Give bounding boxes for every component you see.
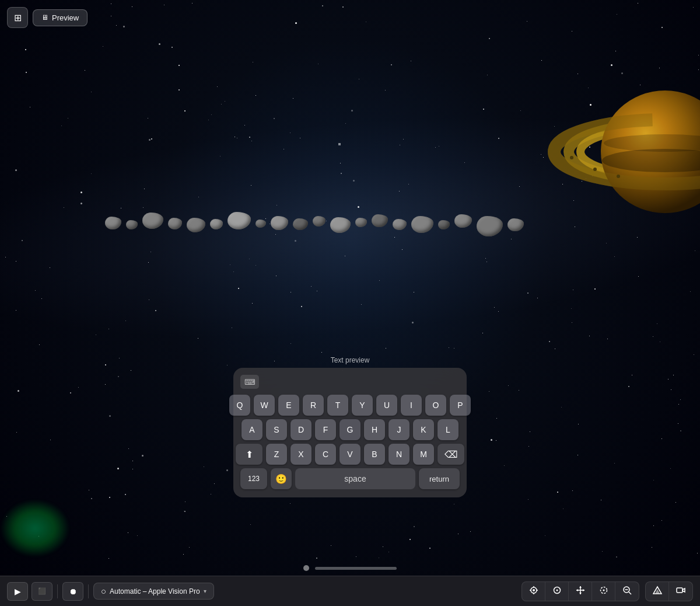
star <box>290 343 291 344</box>
separator-2 <box>88 584 89 598</box>
key-o[interactable]: O <box>425 395 446 416</box>
svg-marker-23 <box>579 593 582 594</box>
star <box>578 455 578 455</box>
svg-point-19 <box>556 590 558 591</box>
location-button[interactable] <box>522 582 545 601</box>
key-s[interactable]: S <box>266 419 287 440</box>
star <box>572 490 573 491</box>
star <box>290 292 291 292</box>
star <box>290 133 290 133</box>
key-u[interactable]: U <box>376 395 397 416</box>
star <box>220 156 220 156</box>
svg-point-8 <box>593 168 597 171</box>
pin-button[interactable]: ⊞ <box>7 7 28 28</box>
play-button[interactable]: ▶ <box>7 582 28 601</box>
zoom-button[interactable] <box>615 582 639 601</box>
star <box>589 336 590 336</box>
key-i[interactable]: I <box>401 395 422 416</box>
environment-button[interactable] <box>646 582 669 601</box>
key-d[interactable]: D <box>290 419 312 440</box>
resize-dot[interactable] <box>303 565 309 571</box>
star <box>530 431 530 432</box>
star <box>662 520 662 521</box>
star <box>172 47 173 48</box>
target-button[interactable] <box>545 582 569 601</box>
key-e[interactable]: E <box>278 395 299 416</box>
key-r[interactable]: R <box>303 395 324 416</box>
right-toolbar-group-2 <box>645 581 693 601</box>
emoji-key[interactable]: 🙂 <box>271 468 292 489</box>
shift-key[interactable]: ⬆ <box>236 444 262 465</box>
key-b[interactable]: B <box>364 444 385 465</box>
key-y[interactable]: Y <box>352 395 373 416</box>
key-q[interactable]: Q <box>229 395 250 416</box>
keyboard-type-button[interactable]: ⌨ <box>240 375 259 389</box>
device-selector[interactable]: ○ Automatic – Apple Vision Pro ▾ <box>93 583 214 600</box>
key-g[interactable]: G <box>340 419 360 440</box>
star <box>504 465 505 466</box>
key-z[interactable]: Z <box>266 444 287 465</box>
keyboard-top-bar: ⌨ <box>240 375 460 389</box>
star <box>435 147 436 148</box>
key-k[interactable]: K <box>413 419 434 440</box>
asteroid <box>411 216 433 233</box>
star <box>458 534 459 534</box>
move-button[interactable] <box>569 582 592 601</box>
step-button[interactable]: ⬛ <box>32 582 52 601</box>
star <box>578 424 579 424</box>
star <box>528 499 528 500</box>
key-a[interactable]: A <box>242 419 262 440</box>
key-j[interactable]: J <box>388 419 410 440</box>
star <box>454 504 454 504</box>
star <box>116 25 117 26</box>
star <box>125 494 126 495</box>
key-m[interactable]: M <box>413 444 434 465</box>
star <box>149 299 149 300</box>
star <box>108 558 109 559</box>
star <box>402 249 402 250</box>
key-v[interactable]: V <box>340 444 360 465</box>
resize-handle[interactable] <box>303 565 397 571</box>
camera-button[interactable] <box>669 582 692 601</box>
star <box>318 64 318 64</box>
rotate-button[interactable] <box>592 582 615 601</box>
star <box>464 162 465 163</box>
key-c[interactable]: C <box>315 444 336 465</box>
star <box>16 432 17 433</box>
star <box>295 22 297 24</box>
numbers-key[interactable]: 123 <box>240 468 267 489</box>
star <box>545 535 545 536</box>
star <box>85 70 85 71</box>
star <box>549 341 550 342</box>
star <box>125 321 126 321</box>
star <box>383 546 383 547</box>
star <box>563 509 564 509</box>
star <box>678 423 678 424</box>
star <box>91 92 92 92</box>
record-button[interactable]: ⏺ <box>62 582 83 601</box>
star <box>489 38 490 39</box>
key-n[interactable]: N <box>388 444 410 465</box>
key-p[interactable]: P <box>450 395 471 416</box>
key-x[interactable]: X <box>290 444 312 465</box>
star <box>184 110 186 112</box>
delete-key[interactable]: ⌫ <box>438 444 464 465</box>
preview-button[interactable]: 🖥 Preview <box>33 9 88 26</box>
return-key[interactable]: return <box>419 468 460 489</box>
key-t[interactable]: T <box>327 395 348 416</box>
key-row-3: ⬆ Z X C V B N M ⌫ <box>240 444 460 465</box>
key-w[interactable]: W <box>254 395 275 416</box>
key-l[interactable]: L <box>438 419 459 440</box>
key-h[interactable]: H <box>364 419 385 440</box>
star <box>18 390 19 392</box>
star <box>602 551 603 552</box>
star <box>483 109 484 110</box>
star <box>119 358 120 358</box>
key-f[interactable]: F <box>315 419 336 440</box>
star <box>111 4 111 4</box>
key-row-2: A S D F G H J K L <box>240 419 460 440</box>
resize-bar[interactable] <box>315 567 397 570</box>
star <box>359 79 359 79</box>
space-key[interactable]: space <box>295 468 415 489</box>
star <box>342 6 344 8</box>
